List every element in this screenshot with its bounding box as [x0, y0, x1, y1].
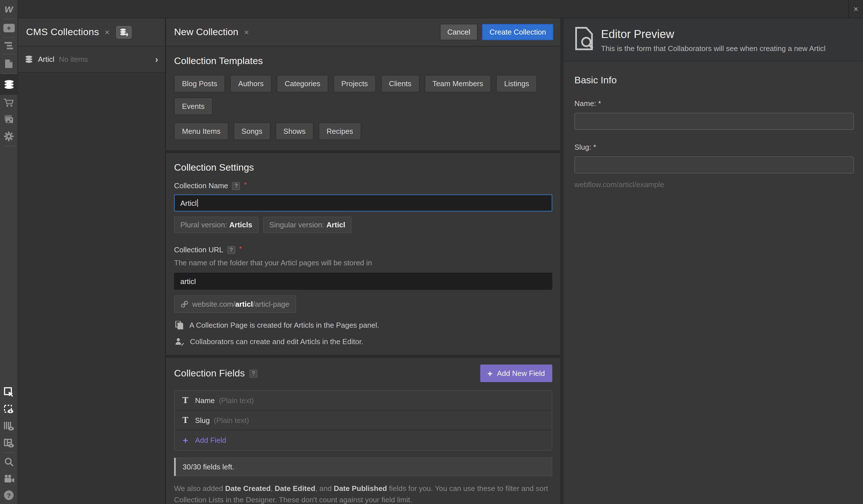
collaborators-note: Collaborators can create and edit Articl… — [174, 337, 552, 346]
database-add-icon — [120, 28, 128, 36]
link-icon — [181, 301, 188, 308]
plural-version-chip: Plural version: Articls — [174, 217, 259, 233]
collection-url-input[interactable]: articl — [174, 273, 552, 290]
url-preview-chip: website.com/articl/articl-page — [174, 295, 296, 313]
field-row-name[interactable]: T Name (Plain text) — [175, 391, 552, 411]
auto-fields-note: We also added Date Created, Date Edited,… — [174, 483, 552, 504]
add-collection-button[interactable] — [116, 26, 132, 38]
settings-heading: Collection Settings — [174, 162, 552, 174]
left-toolbar: w + — [0, 0, 18, 504]
modal-close-icon[interactable]: × — [244, 27, 249, 37]
collection-name-label: Collection Name — [174, 181, 228, 190]
template-button[interactable]: Clients — [381, 75, 420, 92]
settings-gear-icon[interactable] — [0, 127, 18, 145]
document-search-icon — [574, 27, 594, 50]
preview-url-hint: webflow.com/articl/example — [574, 180, 854, 189]
help-badge-icon[interactable]: ? — [227, 246, 235, 254]
required-asterisk: * — [239, 245, 241, 252]
panel-close-button[interactable]: × — [848, 0, 863, 17]
template-button[interactable]: Menu Items — [174, 123, 228, 140]
collection-list-item[interactable]: Articl No items › — [18, 47, 165, 73]
collection-name: Articl — [38, 55, 54, 63]
editor-preview-title: Editor Preview — [601, 28, 826, 41]
cms-panel-close-icon[interactable]: × — [104, 27, 110, 37]
fields-heading: Collection Fields — [174, 368, 245, 379]
video-tutorials-icon[interactable] — [0, 470, 18, 487]
collection-url-label: Collection URL — [174, 245, 223, 254]
guides-eye-icon[interactable] — [0, 418, 18, 435]
new-collection-modal: New Collection × Cancel Create Collectio… — [166, 18, 560, 504]
template-button[interactable]: Team Members — [424, 75, 491, 92]
collection-settings-section: Collection Settings Collection Name ? * … — [166, 153, 560, 355]
collaborator-icon — [175, 338, 184, 345]
field-row-slug[interactable]: T Slug (Plain text) — [175, 411, 552, 430]
plain-text-icon: T — [182, 396, 189, 405]
pages-icon[interactable] — [0, 55, 18, 72]
template-button[interactable]: Listings — [496, 75, 537, 92]
layouts-eye-icon[interactable] — [0, 435, 18, 452]
template-button[interactable]: Projects — [334, 75, 376, 92]
database-icon — [25, 55, 33, 63]
help-badge-icon[interactable]: ? — [249, 369, 257, 377]
page-note-icon — [175, 321, 184, 329]
edit-mode-icon[interactable] — [0, 383, 18, 401]
preview-slug-input[interactable] — [574, 156, 854, 174]
cms-collections-panel: CMS Collections × Articl No items › — [18, 18, 165, 504]
collection-item-count: No items — [59, 55, 88, 63]
collection-templates-section: Collection Templates Blog Posts Authors … — [166, 47, 560, 150]
top-bar: × — [18, 0, 863, 18]
chevron-right-icon: › — [155, 55, 158, 64]
modal-header: New Collection × Cancel Create Collectio… — [166, 18, 560, 47]
template-button[interactable]: Blog Posts — [174, 75, 225, 92]
preview-name-input[interactable] — [574, 113, 854, 130]
search-icon[interactable] — [0, 454, 18, 470]
collection-url-description: The name of the folder that your Articl … — [174, 259, 552, 267]
required-asterisk: * — [244, 181, 247, 188]
add-new-field-button[interactable]: + Add New Field — [480, 365, 552, 382]
collection-page-note: A Collection Page is created for Articls… — [174, 321, 552, 329]
navigator-icon[interactable] — [0, 38, 18, 53]
help-icon[interactable]: ? — [0, 487, 18, 504]
cancel-button[interactable]: Cancel — [440, 24, 478, 40]
plus-icon: + — [182, 435, 189, 445]
field-list: T Name (Plain text) T Slug (Plain text) … — [174, 390, 552, 451]
modal-title: New Collection — [174, 26, 238, 38]
template-button[interactable]: Recipes — [319, 123, 361, 140]
cms-icon-active[interactable] — [0, 74, 18, 94]
template-button[interactable]: Authors — [230, 75, 272, 92]
collection-name-input[interactable]: Articl — [174, 194, 552, 212]
basic-info-heading: Basic Info — [574, 75, 854, 86]
cms-panel-header: CMS Collections × — [18, 18, 165, 47]
add-elements-icon[interactable]: + — [0, 20, 18, 36]
cms-panel-title: CMS Collections — [26, 26, 99, 38]
close-icon: × — [853, 4, 859, 14]
text-caret — [197, 199, 198, 207]
preview-slug-label: Slug: * — [574, 143, 854, 151]
editor-preview-panel: Editor Preview This is the form that Col… — [564, 18, 863, 504]
template-button[interactable]: Events — [174, 98, 213, 115]
editor-preview-body: Basic Info Name: * Slug: * webflow.com/a… — [564, 61, 863, 189]
template-button[interactable]: Categories — [277, 75, 328, 92]
fields-remaining-counter: 30/30 fields left. — [174, 457, 552, 476]
add-field-row[interactable]: + Add Field — [175, 430, 552, 450]
template-button[interactable]: Shows — [276, 123, 314, 140]
ecommerce-cart-icon[interactable] — [0, 94, 18, 111]
editor-preview-header: Editor Preview This is the form that Col… — [564, 18, 863, 61]
webflow-designer: × w + — [0, 0, 863, 504]
singular-version-chip: Singular version: Articl — [263, 217, 352, 233]
templates-heading: Collection Templates — [174, 55, 552, 67]
collection-fields-section: Collection Fields ? + Add New Field T Na… — [166, 358, 560, 504]
help-badge-icon[interactable]: ? — [232, 182, 240, 190]
assets-icon[interactable] — [0, 111, 18, 127]
create-collection-button[interactable]: Create Collection — [482, 24, 553, 40]
template-button[interactable]: Songs — [234, 123, 271, 140]
preview-eye-icon[interactable] — [0, 401, 18, 418]
preview-name-label: Name: * — [574, 99, 854, 108]
plain-text-icon: T — [182, 416, 189, 425]
editor-preview-subtitle: This is the form that Collaborators will… — [601, 44, 826, 53]
webflow-logo-icon[interactable]: w — [0, 0, 18, 18]
